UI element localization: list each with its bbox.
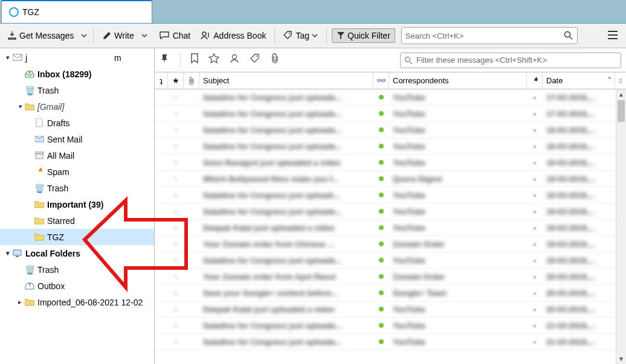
inbox-folder[interactable]: Inbox (18299): [0, 66, 154, 82]
get-messages-dropdown[interactable]: [80, 30, 88, 41]
row-star[interactable]: ☆: [168, 272, 184, 281]
message-row[interactable]: ☆Saladino for Congress just uploade...Yo…: [155, 334, 626, 350]
row-read[interactable]: [373, 209, 389, 214]
row-star[interactable]: ☆: [168, 174, 184, 184]
message-row[interactable]: ☆Your Zomato order from Chinese ...Zomat…: [155, 236, 626, 252]
row-junk[interactable]: ●: [527, 93, 543, 102]
row-read[interactable]: [373, 144, 389, 148]
attachment-icon[interactable]: [270, 53, 280, 67]
message-row[interactable]: ☆Saladino for Congress just uploade...Yo…: [155, 318, 626, 334]
contact-icon[interactable]: [229, 53, 240, 67]
account-node[interactable]: ▾ j m: [0, 49, 154, 66]
row-junk[interactable]: ●: [527, 272, 543, 281]
important-folder[interactable]: Important (39): [0, 196, 154, 212]
col-thread[interactable]: ʇ: [155, 72, 168, 89]
row-read[interactable]: [373, 111, 389, 116]
row-junk[interactable]: ●: [527, 337, 543, 346]
row-star[interactable]: ☆: [168, 223, 184, 232]
drafts-folder[interactable]: Drafts: [0, 115, 154, 131]
sent-folder[interactable]: Sent Mail: [0, 131, 154, 147]
tag-button[interactable]: Tag: [280, 28, 321, 43]
row-read[interactable]: [373, 258, 389, 263]
row-star[interactable]: ☆: [168, 109, 184, 118]
tag-icon[interactable]: [250, 53, 260, 67]
chat-button[interactable]: Chat: [156, 28, 195, 43]
col-picker[interactable]: [615, 72, 626, 89]
gmail-trash-folder[interactable]: 🗑️ Trash: [0, 180, 154, 196]
row-star[interactable]: ☆: [168, 158, 184, 167]
row-star[interactable]: ☆: [168, 142, 184, 151]
row-read[interactable]: [373, 241, 389, 246]
row-star[interactable]: ☆: [168, 93, 184, 102]
app-menu-button[interactable]: [603, 27, 622, 45]
col-read[interactable]: 👓: [373, 72, 389, 89]
col-subject[interactable]: Subject: [199, 72, 373, 89]
address-book-button[interactable]: Address Book: [196, 28, 269, 43]
write-dropdown[interactable]: [140, 30, 149, 41]
row-junk[interactable]: ●: [527, 158, 543, 167]
message-row[interactable]: ☆Saladino for Congress just uploade...Yo…: [155, 122, 626, 138]
message-row[interactable]: ☆Deepak Kalal just uploaded a videoYouTu…: [155, 220, 626, 236]
col-status[interactable]: [527, 72, 543, 89]
row-junk[interactable]: ●: [527, 223, 543, 232]
scrollbar-thumb[interactable]: [618, 100, 625, 122]
col-star[interactable]: ★: [168, 72, 184, 89]
row-read[interactable]: [373, 127, 389, 132]
row-star[interactable]: ☆: [168, 126, 184, 135]
message-row[interactable]: ☆Deepak Kalal just uploaded a videoYouTu…: [155, 301, 626, 318]
row-read[interactable]: [373, 274, 389, 279]
message-row[interactable]: ☆Saladino for Congress just uploade...Yo…: [155, 89, 626, 106]
message-row[interactable]: ☆Save your Google+ content before...Goog…: [155, 285, 626, 301]
row-junk[interactable]: ●: [527, 321, 543, 330]
global-search[interactable]: Search <Ctrl+K>: [401, 27, 578, 44]
star-icon[interactable]: [208, 53, 219, 67]
tgz-folder[interactable]: TGZ: [0, 229, 154, 245]
row-star[interactable]: ☆: [168, 191, 184, 200]
row-junk[interactable]: ●: [527, 174, 543, 184]
row-star[interactable]: ☆: [168, 305, 184, 314]
message-row[interactable]: ☆Sono Ranajyot just uploaded a videoYouT…: [155, 155, 626, 171]
row-star[interactable]: ☆: [168, 321, 184, 330]
col-correspondents[interactable]: Correspondents: [389, 72, 527, 89]
vertical-scrollbar[interactable]: ▲ ▼: [616, 89, 626, 364]
row-junk[interactable]: ●: [527, 191, 543, 200]
row-junk[interactable]: ●: [527, 142, 543, 151]
row-junk[interactable]: ●: [527, 240, 543, 249]
row-read[interactable]: [373, 95, 389, 100]
row-star[interactable]: ☆: [168, 337, 184, 346]
imported-folder[interactable]: ▸ Imported_06-08-2021 12-02: [0, 294, 154, 310]
row-star[interactable]: ☆: [168, 207, 184, 216]
outbox-folder[interactable]: Outbox: [0, 278, 154, 294]
row-read[interactable]: [373, 323, 389, 328]
row-read[interactable]: [373, 160, 389, 165]
row-star[interactable]: ☆: [168, 289, 184, 298]
row-read[interactable]: [373, 339, 389, 344]
spam-folder[interactable]: Spam: [0, 164, 154, 180]
quick-filter-button[interactable]: Quick Filter: [332, 28, 395, 43]
local-folders-node[interactable]: ▾ Local Folders: [0, 245, 154, 261]
message-row[interactable]: ☆Saladino for Congress just uploade...Yo…: [155, 106, 626, 122]
allmail-folder[interactable]: All Mail: [0, 147, 154, 164]
col-attachment[interactable]: [184, 72, 199, 89]
row-junk[interactable]: ●: [527, 305, 543, 314]
row-junk[interactable]: ●: [527, 289, 543, 298]
starred-folder[interactable]: Starred: [0, 212, 154, 229]
row-read[interactable]: [373, 225, 389, 230]
message-row[interactable]: ☆Which Bollywood films make you f...Quor…: [155, 171, 626, 187]
message-row[interactable]: ☆Your Zomato order from Apni RasoiZomato…: [155, 269, 626, 285]
folder-tab[interactable]: TGZ: [1, 0, 152, 23]
bookmark-icon[interactable]: [190, 53, 199, 67]
message-filter-input[interactable]: Filter these messages <Ctrl+Shift+K>: [400, 53, 621, 68]
row-read[interactable]: [373, 193, 389, 197]
row-read[interactable]: [373, 290, 389, 295]
message-row[interactable]: ☆Saladino for Congress just uploade...Yo…: [155, 252, 626, 269]
row-star[interactable]: ☆: [168, 256, 184, 265]
message-row[interactable]: ☆Saladino for Congress just uploade...Yo…: [155, 138, 626, 155]
gmail-folder[interactable]: ▾ [Gmail]: [0, 98, 154, 115]
col-date[interactable]: Date ˆ: [543, 72, 615, 89]
local-trash-folder[interactable]: 🗑️ Trash: [0, 261, 154, 278]
get-messages-button[interactable]: Get Messages: [4, 28, 77, 43]
message-row[interactable]: ☆Saladino for Congress just uploade...Yo…: [155, 203, 626, 220]
row-junk[interactable]: ●: [527, 256, 543, 265]
row-read[interactable]: [373, 307, 389, 311]
